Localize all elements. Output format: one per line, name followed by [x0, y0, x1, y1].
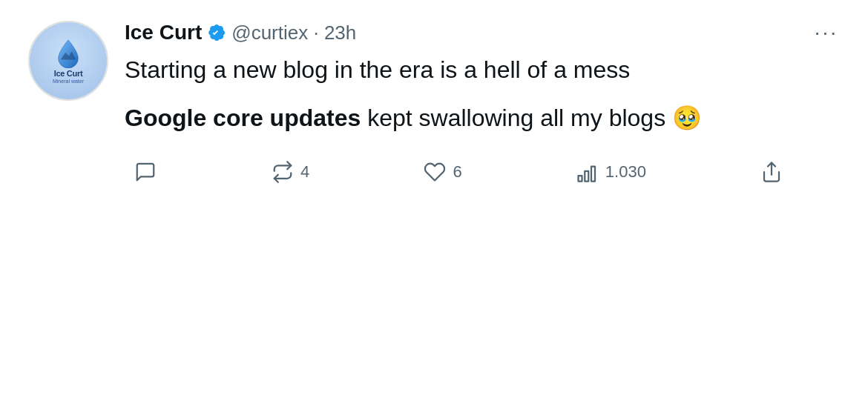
separator: ·: [308, 21, 324, 44]
tweet-body-bold: Google core updates: [125, 105, 361, 131]
avatar-brand-subtitle: Mineral water: [53, 79, 84, 84]
tweet-card: Ice Curt Mineral water Ice Curt @curtiex…: [0, 0, 868, 401]
tweet-header-left: Ice Curt @curtiex · 23h: [125, 20, 356, 45]
retweet-action[interactable]: 4: [262, 156, 318, 188]
tweet-actions: 4 6 1.03: [125, 156, 792, 188]
reply-icon: [134, 160, 157, 184]
reply-action[interactable]: [125, 156, 166, 188]
tweet-header: Ice Curt @curtiex · 23h ···: [125, 18, 844, 47]
retweet-count: 4: [300, 162, 309, 182]
handle-time: @curtiex · 23h: [231, 21, 356, 44]
tweet-body-rest: kept swallowing all my blogs 🥹: [361, 105, 702, 131]
time: 23h: [324, 21, 356, 44]
handle[interactable]: @curtiex: [231, 21, 308, 44]
like-icon: [423, 160, 447, 184]
svg-rect-2: [591, 166, 595, 181]
svg-rect-1: [585, 170, 588, 181]
avatar[interactable]: Ice Curt Mineral water: [28, 21, 108, 101]
avatar-brand-name: Ice Curt: [54, 70, 83, 78]
tweet-body-line2: Google core updates kept swallowing all …: [125, 102, 844, 135]
tweet-body-line1: Starting a new blog in the era is a hell…: [125, 53, 844, 87]
like-action[interactable]: 6: [414, 156, 470, 188]
verified-badge-icon: [206, 22, 227, 43]
views-action[interactable]: 1.030: [567, 156, 655, 188]
views-count: 1.030: [605, 162, 646, 182]
share-icon: [760, 160, 783, 184]
like-count: 6: [453, 162, 461, 182]
share-action[interactable]: [751, 156, 792, 188]
retweet-icon: [271, 160, 295, 184]
display-name[interactable]: Ice Curt: [125, 20, 202, 45]
avatar-column: Ice Curt Mineral water: [24, 18, 113, 389]
more-options-button[interactable]: ···: [809, 18, 844, 47]
drop-icon: [56, 39, 80, 68]
views-icon: [576, 160, 599, 184]
tweet-content: Ice Curt @curtiex · 23h ··· Starting a n…: [125, 18, 844, 389]
svg-rect-0: [578, 176, 582, 182]
